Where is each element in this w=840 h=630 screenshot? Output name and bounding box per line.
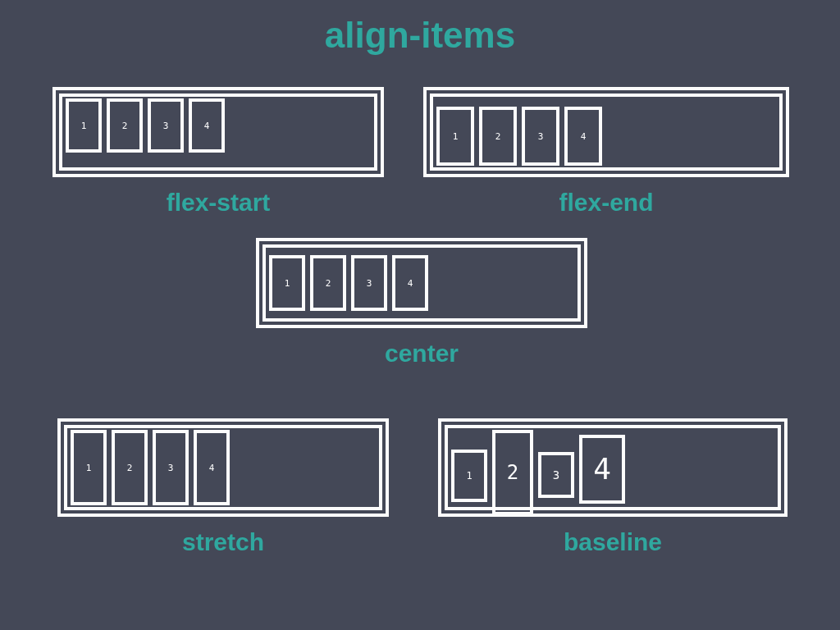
flex-container-outer: 1 2 3 4 <box>256 238 587 328</box>
flex-container: 1 2 3 4 <box>59 94 377 171</box>
demo-label: center <box>256 340 587 368</box>
flex-container: 1 2 3 4 <box>64 425 382 510</box>
flex-item: 3 <box>351 255 387 311</box>
flex-container: 1 2 3 4 <box>262 244 581 322</box>
flex-item: 3 <box>538 452 574 498</box>
flex-container: 1 2 3 4 <box>430 94 783 171</box>
demo-label: stretch <box>57 528 389 556</box>
flex-item: 2 <box>112 430 148 505</box>
flex-item: 4 <box>392 255 428 311</box>
flex-item: 2 <box>479 107 517 166</box>
demo-label: flex-end <box>423 189 789 217</box>
demo-label: flex-start <box>52 189 384 217</box>
flex-container-outer: 1 2 3 4 <box>438 418 788 517</box>
flex-item: 3 <box>153 430 189 505</box>
demo-flex-end: 1 2 3 4 flex-end <box>423 87 789 217</box>
flex-item: 3 <box>522 107 559 166</box>
page-title: align-items <box>0 0 840 56</box>
flex-item: 1 <box>436 107 474 166</box>
flex-item: 2 <box>107 98 143 153</box>
flex-container-outer: 1 2 3 4 <box>52 87 384 177</box>
flex-item: 2 <box>310 255 346 311</box>
flex-container-outer: 1 2 3 4 <box>423 87 789 177</box>
flex-item: 4 <box>579 435 625 504</box>
flex-container: 1 2 3 4 <box>445 425 781 510</box>
flex-item: 2 <box>492 430 533 515</box>
flex-item: 1 <box>269 255 305 311</box>
flex-item: 3 <box>148 98 184 153</box>
flex-item: 1 <box>66 98 102 153</box>
flex-container-outer: 1 2 3 4 <box>57 418 389 517</box>
demo-flex-start: 1 2 3 4 flex-start <box>52 87 384 217</box>
demo-stretch: 1 2 3 4 stretch <box>57 418 389 556</box>
flex-item: 4 <box>194 430 230 505</box>
demo-center: 1 2 3 4 center <box>256 238 587 368</box>
demo-label: baseline <box>438 528 788 556</box>
demo-baseline: 1 2 3 4 baseline <box>438 418 788 556</box>
flex-item: 1 <box>71 430 107 505</box>
flex-item: 1 <box>451 450 487 502</box>
flex-item: 4 <box>564 107 602 166</box>
flex-item: 4 <box>189 98 225 153</box>
